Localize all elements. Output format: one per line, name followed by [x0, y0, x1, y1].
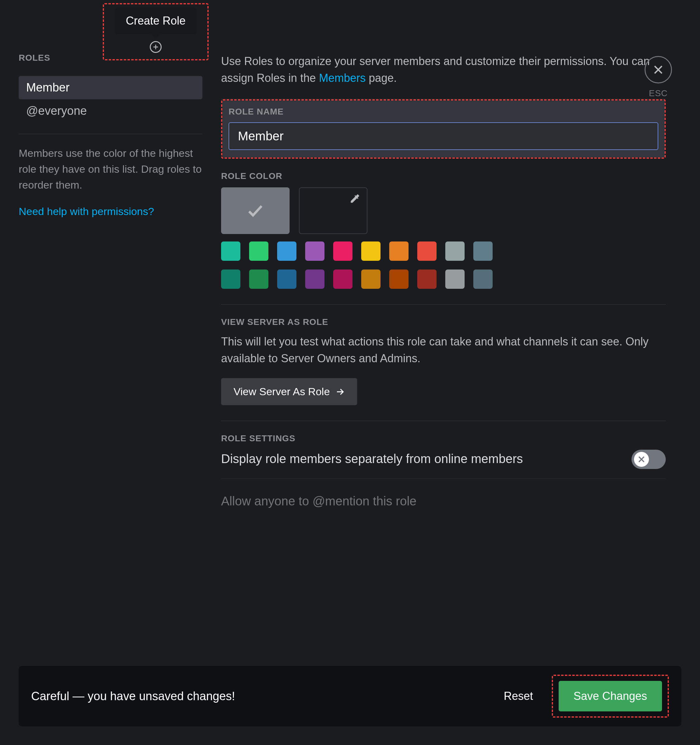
color-swatch[interactable] [249, 241, 268, 261]
display-separately-toggle[interactable] [631, 450, 666, 469]
color-swatch[interactable] [389, 269, 409, 289]
close-button[interactable] [645, 56, 672, 84]
color-swatch[interactable] [305, 269, 324, 289]
role-name-input[interactable] [229, 122, 658, 150]
close-icon [637, 455, 646, 464]
intro-text: Use Roles to organize your server member… [221, 53, 666, 87]
color-custom[interactable] [299, 187, 367, 234]
eyedropper-icon [349, 193, 361, 205]
color-swatch[interactable] [249, 269, 268, 289]
esc-label: ESC [645, 88, 672, 98]
create-role-tooltip: Create Role [115, 7, 197, 34]
role-item-member[interactable]: Member [19, 76, 202, 99]
save-changes-button[interactable]: Save Changes [559, 681, 662, 711]
color-swatch[interactable] [473, 241, 493, 261]
color-swatch[interactable] [445, 269, 465, 289]
view-server-button-label: View Server As Role [234, 386, 330, 398]
sidebar-divider [19, 134, 202, 134]
color-swatch[interactable] [221, 241, 240, 261]
sidebar-title: ROLES [19, 53, 50, 63]
color-swatch[interactable] [417, 269, 436, 289]
close-icon [652, 63, 664, 76]
color-swatch[interactable] [305, 241, 324, 261]
color-swatches [221, 241, 666, 289]
roles-sidebar: ROLES Create Role Member @everyone Membe… [19, 16, 202, 524]
color-swatch[interactable] [445, 241, 465, 261]
create-role-highlight: Create Role [103, 3, 208, 60]
color-swatch[interactable] [333, 269, 352, 289]
members-link[interactable]: Members [319, 72, 366, 84]
close-settings: ESC [645, 56, 672, 98]
intro-post: page. [366, 72, 397, 84]
unsaved-changes-bar: Careful — you have unsaved changes! Rese… [19, 666, 681, 726]
save-highlight: Save Changes [552, 675, 669, 718]
role-item-everyone[interactable]: @everyone [19, 99, 202, 123]
role-settings-label: ROLE SETTINGS [221, 434, 666, 443]
color-swatch[interactable] [333, 241, 352, 261]
role-name-label: ROLE NAME [229, 107, 658, 117]
sidebar-help-text: Members use the color of the highest rol… [19, 145, 202, 193]
add-role-icon[interactable] [150, 41, 162, 53]
mention-role-row: Allow anyone to @mention this role [221, 478, 666, 508]
color-swatch[interactable] [389, 241, 409, 261]
view-server-label: VIEW SERVER AS ROLE [221, 317, 666, 327]
color-swatch[interactable] [277, 269, 297, 289]
view-server-desc: This will let you test what actions this… [221, 333, 666, 367]
arrow-right-icon [335, 387, 345, 396]
intro-pre: Use Roles to organize your server member… [221, 55, 650, 84]
color-swatch[interactable] [221, 269, 240, 289]
color-swatch[interactable] [277, 241, 297, 261]
color-swatch[interactable] [473, 269, 493, 289]
color-swatch[interactable] [361, 241, 381, 261]
check-icon [246, 201, 265, 220]
color-swatch[interactable] [417, 241, 436, 261]
view-server-as-role-button[interactable]: View Server As Role [221, 378, 357, 405]
color-swatch[interactable] [361, 269, 381, 289]
permissions-help-link[interactable]: Need help with permissions? [19, 205, 154, 217]
display-separately-text: Display role members separately from onl… [221, 450, 619, 468]
role-color-label: ROLE COLOR [221, 171, 666, 181]
unsaved-text: Careful — you have unsaved changes! [31, 690, 485, 703]
color-default[interactable] [221, 187, 289, 234]
role-edit-main: Use Roles to organize your server member… [221, 16, 684, 524]
role-name-highlight: ROLE NAME [221, 99, 666, 159]
reset-button[interactable]: Reset [495, 684, 543, 709]
